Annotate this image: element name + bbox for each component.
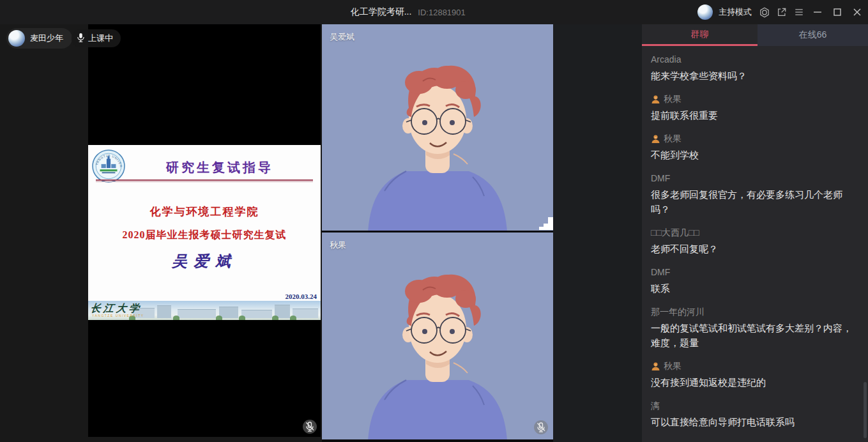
class-status-label: 上课中 bbox=[88, 33, 113, 44]
campus-subtext: YANGTZE UNIVERSITY bbox=[92, 314, 144, 317]
presenter-stage: YANGTZE UNIVERSITY 研究生复试指导 化学与环境工程学院 202… bbox=[0, 24, 322, 442]
room-id: ID:12881901 bbox=[418, 8, 465, 17]
chat-text: 一般的复试笔试和初试笔试有多大差别？内容，难度，题量 bbox=[651, 321, 859, 350]
person-icon bbox=[651, 134, 660, 144]
slide-speaker-name: 吴爱斌 bbox=[88, 251, 321, 271]
chat-text: 联系 bbox=[651, 281, 859, 296]
close-button[interactable] bbox=[850, 6, 864, 18]
chat-tab-bar: 群聊 在线66 bbox=[642, 24, 868, 46]
person-icon bbox=[651, 95, 660, 104]
slide-subject-line: 2020届毕业生报考硕士研究生复试 bbox=[88, 229, 321, 242]
chat-author: 秋果 bbox=[664, 93, 681, 105]
chat-panel: 群聊 在线66 Arcadia 能来学校拿些资料吗？ 秋果 提前联系很重要 秋果 bbox=[642, 24, 868, 442]
video-name-label: 吴爱斌 bbox=[330, 31, 354, 43]
chat-author: 秋果 bbox=[664, 133, 681, 144]
tab-online-list[interactable]: 在线66 bbox=[758, 24, 868, 46]
maximize-button[interactable] bbox=[830, 6, 844, 18]
chat-text: 能来学校拿些资料吗？ bbox=[651, 68, 859, 83]
video-name-label: 秋果 bbox=[330, 240, 346, 251]
chat-text: 没有接到通知返校是违纪的 bbox=[651, 375, 859, 390]
chat-message-list[interactable]: Arcadia 能来学校拿些资料吗？ 秋果 提前联系很重要 秋果 不能到学校 D… bbox=[642, 46, 868, 442]
presenter-muted-mic-icon[interactable] bbox=[303, 420, 317, 434]
chat-author: DMF bbox=[651, 266, 859, 278]
chat-author: 那一年的河川 bbox=[651, 306, 859, 317]
presenter-video[interactable]: YANGTZE UNIVERSITY 研究生复试指导 化学与环境工程学院 202… bbox=[88, 24, 321, 437]
chat-scrollbar-thumb[interactable] bbox=[864, 382, 867, 438]
chat-message: Arcadia 能来学校拿些资料吗？ bbox=[651, 54, 859, 83]
presenter-avatar bbox=[8, 30, 25, 47]
chat-text: 可以直接给意向导师打电话联系吗 bbox=[651, 415, 859, 429]
presenter-name-pill: 麦田少年 bbox=[6, 28, 72, 49]
chat-message: 秋果 提前联系很重要 bbox=[651, 93, 859, 123]
muted-mic-icon[interactable] bbox=[534, 420, 548, 434]
chat-author: □□大西几□□ bbox=[651, 227, 859, 238]
chat-message: 漓 可以直接给意向导师打电话联系吗 bbox=[651, 400, 859, 429]
minimize-button[interactable] bbox=[811, 6, 825, 18]
chat-author: Arcadia bbox=[651, 54, 859, 65]
chat-text: 老师不回复呢？ bbox=[651, 241, 859, 256]
room-title: 化工学院考研... bbox=[351, 6, 412, 18]
slide-college-line: 化学与环境工程学院 bbox=[88, 204, 321, 219]
slide-divider bbox=[96, 179, 313, 182]
chat-message: DMF 联系 bbox=[651, 266, 859, 296]
chat-message: □□大西几□□ 老师不回复呢？ bbox=[651, 227, 859, 256]
chat-text: 很多老师回复很官方，有必要多练习几个老师吗？ bbox=[651, 187, 859, 217]
chat-message: 秋果 不能到学校 bbox=[651, 133, 859, 162]
tab-group-chat[interactable]: 群聊 bbox=[642, 24, 758, 46]
campus-photo-strip: 长江大学 YANGTZE UNIVERSITY bbox=[88, 301, 321, 320]
presenter-name: 麦田少年 bbox=[30, 33, 63, 44]
window-titlebar: 化工学院考研... ID:12881901 主持模式 bbox=[0, 0, 868, 24]
video-tile-qiuguo[interactable]: 秋果 bbox=[322, 232, 553, 439]
chat-message: 那一年的河川 一般的复试笔试和初试笔试有多大差别？内容，难度，题量 bbox=[651, 306, 859, 350]
menu-icon[interactable] bbox=[793, 6, 805, 18]
chat-author: 漓 bbox=[651, 400, 859, 411]
video-column: 吴爱斌 秋果 bbox=[322, 24, 553, 442]
chat-author: DMF bbox=[651, 172, 859, 184]
mic-icon bbox=[77, 33, 85, 45]
video-tile-wuaibin[interactable]: 吴爱斌 bbox=[322, 24, 553, 231]
slide-date: 2020.03.24 bbox=[286, 293, 317, 300]
class-status-pill: 上课中 bbox=[72, 29, 121, 47]
participant-illustration bbox=[322, 235, 553, 439]
stage-background bbox=[553, 24, 642, 442]
chat-message: 秋果 没有接到通知返校是违纪的 bbox=[651, 360, 859, 390]
chat-text: 不能到学校 bbox=[651, 148, 859, 162]
chat-text: 提前联系很重要 bbox=[651, 108, 859, 123]
presentation-slide: YANGTZE UNIVERSITY 研究生复试指导 化学与环境工程学院 202… bbox=[88, 145, 321, 320]
open-external-icon[interactable] bbox=[776, 6, 788, 18]
user-avatar bbox=[697, 4, 713, 20]
person-icon bbox=[651, 362, 660, 371]
resize-steps-icon bbox=[539, 217, 553, 230]
settings-icon[interactable] bbox=[759, 6, 770, 18]
chat-message: DMF 很多老师回复很官方，有必要多练习几个老师吗？ bbox=[651, 172, 859, 217]
window-title-group: 化工学院考研... ID:12881901 bbox=[351, 0, 466, 24]
slide-title: 研究生复试指导 bbox=[125, 159, 314, 176]
university-seal-logo: YANGTZE UNIVERSITY bbox=[92, 149, 125, 183]
chat-author: 秋果 bbox=[664, 360, 681, 372]
participant-illustration bbox=[322, 26, 553, 231]
host-mode-label[interactable]: 主持模式 bbox=[719, 6, 752, 18]
